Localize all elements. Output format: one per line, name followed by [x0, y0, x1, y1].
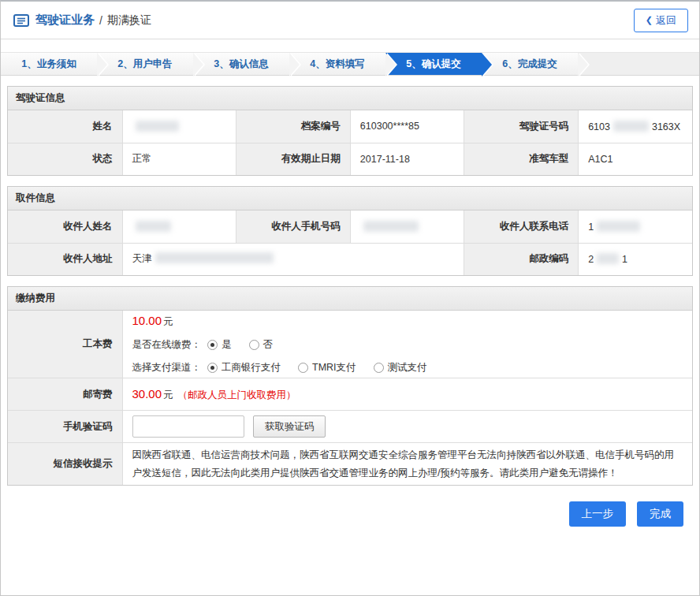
finish-button[interactable]: 完成 — [637, 501, 683, 527]
radio-label: 工商银行支付 — [222, 361, 281, 374]
back-label: 返回 — [656, 13, 676, 28]
table-row: 邮寄费 30.00元（邮政人员上门收取费用） — [8, 378, 692, 411]
postage-fee-value: 30.00元（邮政人员上门收取费用） — [122, 378, 692, 411]
file-no-value: 610300****85 — [350, 110, 464, 143]
recipient-name-value — [122, 210, 236, 243]
radio-icon — [298, 363, 308, 373]
radio-icon — [207, 340, 218, 350]
radio-label: 否 — [263, 338, 274, 352]
step-tab-3[interactable]: 3、确认信息 — [193, 53, 289, 75]
postage-fee-note: （邮政人员上门收取费用） — [178, 389, 296, 400]
online-pay-question: 是否在线缴费： — [132, 338, 202, 352]
postcode-suffix: 1 — [622, 254, 627, 265]
expiry-label: 有效期止日期 — [236, 143, 350, 175]
page: 驾驶证业务 / 期满换证 ❮ 返回 1、业务须知 2、用户申告 3、确认信息 4… — [0, 0, 700, 596]
sms-code-cell: 获取验证码 — [122, 411, 692, 443]
breadcrumb-separator: / — [99, 14, 102, 27]
recipient-tel-prefix: 1 — [588, 222, 594, 233]
radio-icon — [249, 340, 259, 350]
back-button[interactable]: ❮ 返回 — [634, 9, 688, 32]
recipient-phone-label: 收件人手机号码 — [236, 210, 350, 243]
status-value: 正常 — [122, 143, 236, 175]
table-row: 收件人地址 天津 邮政编码 21 — [8, 243, 692, 275]
sms-code-input[interactable] — [132, 415, 244, 438]
radio-label: TMRI支付 — [312, 361, 356, 374]
sms-code-label: 手机验证码 — [8, 411, 122, 443]
radio-label: 测试支付 — [388, 361, 427, 374]
production-fee-cell: 10.00元 是否在线缴费： 是 否 选择支付渠道： 工商银行支付 TMRI支付… — [122, 311, 692, 378]
license-info-table: 姓名 档案编号 610300****85 驾驶证号码 61033163X 状态 … — [8, 110, 692, 175]
redacted-value — [363, 221, 419, 232]
license-info-section: 驾驶证信息 姓名 档案编号 610300****85 驾驶证号码 6103316… — [7, 86, 693, 176]
pay-channel-question: 选择支付渠道： — [132, 361, 202, 374]
radio-channel-icbc[interactable]: 工商银行支付 — [207, 361, 281, 374]
redacted-value — [597, 253, 619, 264]
radio-channel-test[interactable]: 测试支付 — [374, 361, 427, 374]
step-label: 1、业务须知 — [21, 58, 76, 71]
page-subtitle: 期满换证 — [107, 13, 151, 28]
business-title: 驾驶证业务 — [35, 13, 95, 28]
file-no-label: 档案编号 — [236, 110, 350, 143]
fees-table: 工本费 10.00元 是否在线缴费： 是 否 选择支付渠道： 工商银行支付 — [8, 311, 692, 485]
fees-title: 缴纳费用 — [8, 287, 692, 311]
name-value — [122, 110, 236, 143]
license-no-suffix: 3163X — [652, 121, 680, 132]
production-fee-label: 工本费 — [8, 311, 122, 378]
license-no-value: 61033163X — [579, 110, 692, 143]
step-label: 2、用户申告 — [117, 58, 172, 71]
license-business-icon — [13, 14, 29, 27]
pay-channel-line: 选择支付渠道： 工商银行支付 TMRI支付 测试支付 — [132, 361, 683, 374]
online-pay-line: 是否在线缴费： 是 否 — [132, 338, 683, 352]
fees-section: 缴纳费用 工本费 10.00元 是否在线缴费： 是 否 — [7, 286, 693, 486]
postcode-label: 邮政编码 — [464, 243, 579, 275]
address-prefix: 天津 — [132, 253, 152, 264]
step-tab-2[interactable]: 2、用户申告 — [97, 53, 193, 75]
postcode-prefix: 2 — [588, 254, 594, 265]
step-tab-5[interactable]: 5、确认提交 — [385, 53, 482, 75]
step-label: 4、资料填写 — [310, 58, 364, 71]
prev-step-button[interactable]: 上一步 — [569, 501, 627, 527]
table-row: 短信接收提示 因陕西省联通、电信运营商技术问题，陕西省互联网交通安全综合服务管理… — [8, 443, 692, 486]
recipient-name-label: 收件人姓名 — [8, 210, 122, 243]
step-wizard: 1、业务须知 2、用户申告 3、确认信息 4、资料填写 5、确认提交 6、完成提… — [1, 52, 699, 76]
footer-actions: 上一步 完成 — [7, 501, 683, 527]
class-value: A1C1 — [579, 143, 692, 175]
yuan-unit: 元 — [163, 316, 173, 327]
radio-icon — [207, 363, 218, 373]
recipient-tel-label: 收件人联系电话 — [464, 210, 579, 243]
redacted-value — [155, 252, 274, 263]
redacted-value — [136, 221, 171, 232]
recipient-tel-value: 1 — [579, 210, 692, 243]
table-row: 状态 正常 有效期止日期 2017-11-18 准驾车型 A1C1 — [8, 143, 692, 175]
sms-tip-label: 短信接收提示 — [8, 443, 122, 486]
main-content: 驾驶证信息 姓名 档案编号 610300****85 驾驶证号码 6103316… — [1, 86, 699, 527]
license-no-prefix: 6103 — [588, 121, 610, 132]
class-label: 准驾车型 — [464, 143, 579, 175]
address-value: 天津 — [122, 243, 464, 275]
radio-label: 是 — [222, 338, 232, 352]
step-tab-1[interactable]: 1、业务须知 — [1, 53, 97, 75]
get-code-button[interactable]: 获取验证码 — [253, 415, 326, 438]
yuan-unit: 元 — [163, 389, 173, 400]
postage-fee-label: 邮寄费 — [8, 378, 122, 411]
step-label: 3、确认信息 — [214, 58, 268, 71]
table-row: 工本费 10.00元 是否在线缴费： 是 否 选择支付渠道： 工商银行支付 — [8, 311, 692, 378]
recipient-phone-value — [350, 210, 464, 243]
step-tab-4[interactable]: 4、资料填写 — [289, 53, 385, 75]
redacted-value — [136, 121, 179, 132]
radio-online-pay-yes[interactable]: 是 — [207, 338, 232, 352]
step-label: 6、完成提交 — [502, 58, 557, 71]
pickup-info-section: 取件信息 收件人姓名 收件人手机号码 收件人联系电话 1 收件人地址 天津 邮政… — [7, 186, 693, 276]
redacted-value — [613, 121, 649, 132]
radio-online-pay-no[interactable]: 否 — [249, 338, 274, 352]
radio-channel-tmri[interactable]: TMRI支付 — [298, 361, 356, 374]
pickup-info-title: 取件信息 — [8, 187, 692, 210]
table-row: 手机验证码 获取验证码 — [8, 411, 692, 443]
name-label: 姓名 — [8, 110, 122, 143]
radio-icon — [374, 363, 384, 373]
step-tab-6[interactable]: 6、完成提交 — [482, 53, 578, 75]
chevron-left-icon: ❮ — [646, 15, 653, 25]
steps-tail — [578, 53, 699, 75]
production-fee-amount-line: 10.00元 — [132, 314, 683, 329]
table-row: 收件人姓名 收件人手机号码 收件人联系电话 1 — [8, 210, 692, 243]
